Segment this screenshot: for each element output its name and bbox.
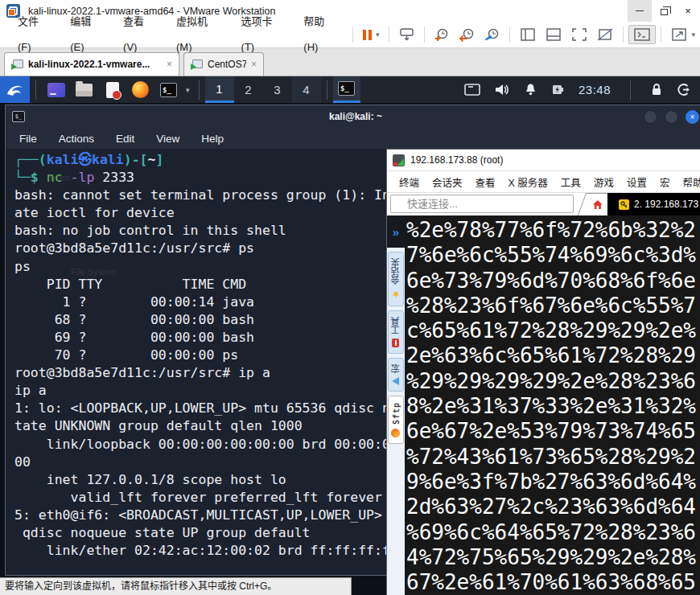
- moba-menu-item[interactable]: 帮助: [676, 174, 700, 190]
- workspace-1[interactable]: 1: [205, 76, 234, 103]
- desktop-icon-label-filesystem: File System: [71, 267, 117, 277]
- minimize-button[interactable]: [628, 0, 652, 22]
- ssh-terminal-line: 4%72%75%65%29%29%2e%28%: [406, 545, 700, 570]
- moba-menu-item[interactable]: 游戏: [587, 174, 620, 190]
- divider: [389, 27, 389, 43]
- divider: [352, 27, 353, 43]
- launcher-chevron-icon[interactable]: ▾: [186, 86, 190, 94]
- lock-screen-icon[interactable]: [650, 83, 663, 96]
- divider: [623, 27, 624, 43]
- show-library-button[interactable]: [515, 26, 541, 43]
- paper-plane-icon: [393, 377, 400, 385]
- sidebar-tab-sessions[interactable]: ★会话夹: [388, 252, 404, 306]
- fit-screen-icon: [571, 28, 587, 41]
- kali-logo-icon: [6, 81, 25, 99]
- pause-vm-button[interactable]: ▾: [358, 27, 385, 43]
- vm-tabstrip: kali-linux-2022.1-vmware... × CentOS7 ×: [0, 48, 700, 76]
- terminal-menu-item[interactable]: File: [19, 133, 37, 145]
- quick-connect-input[interactable]: [390, 195, 574, 213]
- close-button[interactable]: ×: [686, 110, 699, 124]
- terminal-menu-item[interactable]: Actions: [59, 133, 94, 145]
- kali-panel: $_ ▾ 1 2 3 4 $_ 23:48: [0, 76, 700, 103]
- ssh-terminal-line: %29%29%29%29%2e%28%23%6: [406, 369, 700, 394]
- moba-menu-item[interactable]: 终端: [393, 174, 426, 190]
- globe-icon: [392, 429, 401, 437]
- sidebar-tab-tools[interactable]: 工具: [388, 310, 404, 354]
- notifications-bell-icon[interactable]: [524, 83, 537, 96]
- moba-window-title: 192.168.173.88 (root): [410, 154, 503, 166]
- kali-menu-button[interactable]: [0, 76, 30, 103]
- tools-knife-icon: [393, 339, 400, 347]
- folder-icon: [76, 84, 93, 96]
- show-console-panel-button[interactable]: [541, 26, 566, 43]
- home-icon: [592, 199, 603, 210]
- terminal-titlebar[interactable]: $_ kali@kali: ~ ×: [6, 105, 700, 128]
- terminal-launcher[interactable]: $_: [159, 80, 179, 100]
- fullscreen-button[interactable]: ▾: [666, 26, 700, 43]
- vmware-menubar: 文件(F)编辑(E)查看(V)虚拟机(M)选项卡(T)帮助(H) ▾: [0, 22, 700, 48]
- fit-guest-button[interactable]: [566, 26, 592, 43]
- moba-menu-item[interactable]: 宏: [653, 174, 677, 190]
- terminal-menu-item[interactable]: View: [156, 133, 179, 145]
- mobaxterm-window: 192.168.173.88 (root) 终端会话夹查看X 服务器工具游戏设置…: [386, 149, 700, 595]
- revert-snapshot-button[interactable]: [455, 26, 480, 44]
- ssh-terminal-line: %2e%78%77%6f%72%6b%32%2: [406, 218, 700, 243]
- close-tab-icon[interactable]: ×: [167, 59, 172, 70]
- moba-menu-item[interactable]: 会话夹: [426, 174, 469, 190]
- tab-centos-vm[interactable]: CentOS7 ×: [183, 52, 264, 76]
- sidebar-expand-button[interactable]: »: [387, 215, 405, 248]
- close-button[interactable]: ×: [676, 0, 700, 22]
- ssh-terminal-output[interactable]: %2e%78%77%6f%72%6b%32%27%6e%6c%55%74%69%…: [405, 215, 700, 595]
- display-icon[interactable]: [464, 83, 480, 96]
- vm-running-icon: [11, 60, 23, 70]
- system-tray: 23:48: [464, 80, 700, 100]
- menu-item[interactable]: 帮助(H): [294, 9, 348, 60]
- file-manager-launcher[interactable]: [74, 80, 94, 100]
- appearance-launcher[interactable]: [46, 80, 66, 100]
- minimize-button[interactable]: [644, 110, 657, 124]
- send-ctrl-alt-del-button[interactable]: [394, 26, 419, 43]
- manage-snapshots-button[interactable]: [480, 26, 504, 44]
- terminal-menu-item[interactable]: Help: [201, 133, 224, 145]
- unity-mode-button[interactable]: [592, 26, 618, 43]
- close-tab-icon[interactable]: ×: [251, 59, 257, 70]
- divider: [509, 27, 510, 43]
- session-tab[interactable]: 2. 192.168.173: [634, 199, 698, 210]
- star-icon: ★: [392, 289, 401, 300]
- ssh-terminal-line: %69%6c%64%65%72%28%23%6: [406, 520, 700, 545]
- take-snapshot-button[interactable]: [430, 26, 455, 44]
- moba-menu-item[interactable]: 设置: [620, 174, 653, 190]
- restore-button[interactable]: [652, 0, 676, 22]
- maximize-button[interactable]: [665, 110, 678, 124]
- snapshot-revert-icon: [459, 28, 475, 42]
- ssh-terminal-line: %28%23%6f%67%6e%6c%55%7: [406, 293, 700, 318]
- terminal-menu-item[interactable]: Edit: [116, 133, 134, 145]
- clock[interactable]: 23:48: [579, 83, 611, 96]
- moba-menu-item[interactable]: 查看: [469, 174, 502, 190]
- sidebar-tab-macros[interactable]: 宏: [388, 358, 404, 392]
- divider: [327, 80, 327, 100]
- vm-screen: $_ ▾ 1 2 3 4 $_ 23:48 Trash File System …: [0, 76, 700, 595]
- ssh-terminal-line: 9%6e%3f%7b%27%63%6d%64%: [406, 470, 700, 494]
- text-editor-launcher[interactable]: [102, 80, 122, 100]
- terminal-menubar: FileActionsEditViewHelp: [6, 128, 700, 149]
- moba-menu-item[interactable]: 工具: [554, 174, 587, 190]
- workspace-3[interactable]: 3: [263, 76, 292, 103]
- tab-kali-vm[interactable]: kali-linux-2022.1-vmware... ×: [4, 52, 179, 76]
- volume-icon[interactable]: [494, 83, 510, 96]
- fullscreen-icon: [671, 28, 687, 41]
- firefox-launcher[interactable]: [130, 80, 150, 100]
- console-view-button[interactable]: [628, 25, 656, 44]
- workspace-4[interactable]: 4: [292, 76, 321, 103]
- snapshot-add-icon: [434, 28, 450, 42]
- moba-titlebar[interactable]: 192.168.173.88 (root): [387, 150, 700, 170]
- moba-menu-item[interactable]: X 服务器: [502, 174, 554, 190]
- taskbar-terminal-window[interactable]: $_: [333, 76, 360, 103]
- sidebar-tab-sftp[interactable]: Sftp: [388, 396, 404, 444]
- logout-icon[interactable]: [677, 83, 690, 96]
- ssh-terminal-line: 2d%63%27%2c%23%63%6d%64: [406, 494, 700, 519]
- battery-icon[interactable]: [551, 84, 565, 96]
- ssh-terminal-line: 67%2e%61%70%61%63%68%65: [406, 570, 700, 595]
- workspace-2[interactable]: 2: [234, 76, 263, 103]
- divider: [424, 27, 425, 43]
